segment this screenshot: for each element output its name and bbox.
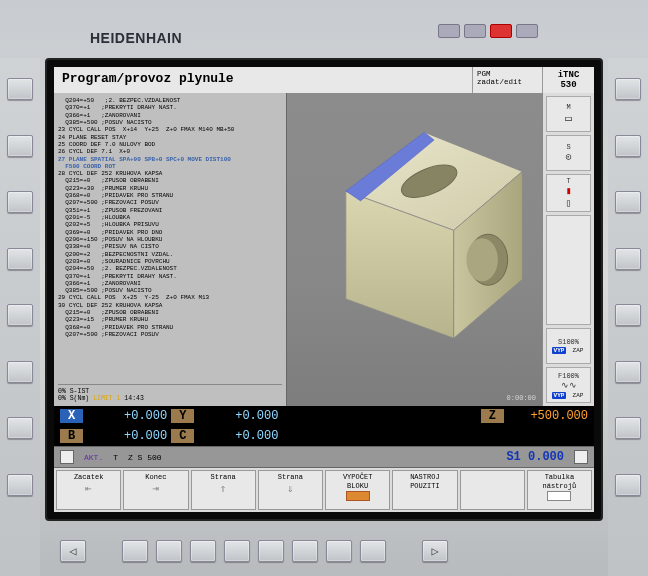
hw-button[interactable] <box>615 474 641 496</box>
sk-begin[interactable]: Zacatek⇤ <box>56 470 121 510</box>
spindle-readout: S1 0.000 <box>506 450 564 464</box>
hw-button[interactable] <box>7 417 33 439</box>
axis-z-value: +500.000 <box>510 409 588 423</box>
vyp-badge: VYP <box>552 347 567 354</box>
side-t[interactable]: T▮▯ <box>546 174 591 212</box>
preset-icon[interactable] <box>60 450 74 464</box>
hw-button[interactable] <box>615 191 641 213</box>
hw-button[interactable] <box>7 78 33 100</box>
axis-display-2: B +0.000 C +0.000 <box>54 426 594 446</box>
bottom-hw-buttons: ◁ ▷ <box>40 526 608 576</box>
tool-label: T <box>113 453 118 462</box>
hw-softkey-1[interactable] <box>122 540 148 562</box>
right-hw-buttons <box>608 58 648 576</box>
side-spacer <box>546 215 591 325</box>
hw-button[interactable] <box>615 135 641 157</box>
sk-empty <box>460 470 525 510</box>
side-s[interactable]: S⊙ <box>546 135 591 171</box>
hw-softkey-7[interactable] <box>326 540 352 562</box>
svg-point-7 <box>466 238 497 281</box>
hw-button[interactable] <box>615 304 641 326</box>
hw-button[interactable] <box>7 474 33 496</box>
screen: Program/provoz plynule PGM zadat/edit iT… <box>54 67 594 512</box>
axis-c-label: C <box>171 429 194 443</box>
limit-label: LIMIT 1 <box>93 395 120 402</box>
screen-frame: Program/provoz plynule PGM zadat/edit iT… <box>45 58 603 521</box>
axis-z-label: Z <box>481 409 504 423</box>
axis-c-value: +0.000 <box>200 429 278 443</box>
sk-block-calc[interactable]: VYPOČETBLOKU <box>325 470 390 510</box>
led <box>464 24 486 38</box>
axis-display-1: X +0.000 Y +0.000 Z +500.000 <box>54 406 594 426</box>
hw-softkey-6[interactable] <box>292 540 318 562</box>
axis-x-label: X <box>60 409 83 423</box>
led <box>438 24 460 38</box>
mode-line1: PGM <box>477 70 538 78</box>
axis-b-value: +0.000 <box>89 429 167 443</box>
side-toolbar: M▭ S⊙ T▮▯ S100% VYP ZAP F100%∿∿ VYP ZAP <box>542 93 594 406</box>
sk-tool-table[interactable]: Tabulkanástrojů <box>527 470 592 510</box>
axis-b-label: B <box>60 429 83 443</box>
3d-viewport[interactable]: 0:00:00 <box>286 93 542 406</box>
left-hw-buttons <box>0 58 40 576</box>
hw-button[interactable] <box>7 361 33 383</box>
led-record <box>490 24 512 38</box>
akt-label: AKT. <box>84 453 103 462</box>
hw-softkey-2[interactable] <box>156 540 182 562</box>
hw-button[interactable] <box>7 191 33 213</box>
status-time: 14:43 <box>124 395 144 402</box>
axis-x-value: +0.000 <box>89 409 167 423</box>
model-label: iTNC 530 <box>542 67 594 93</box>
sk-page-down[interactable]: Strana⇓ <box>258 470 323 510</box>
indicator-leds <box>438 24 538 38</box>
zs-label: Z S 500 <box>128 453 162 462</box>
side-feed-ovr[interactable]: F100%∿∿ VYP ZAP <box>546 367 591 403</box>
zap-label: ZAP <box>571 347 586 354</box>
mode-line2: zadat/edit <box>477 78 538 86</box>
hw-softkey-8[interactable] <box>360 540 386 562</box>
nc-code-pane[interactable]: Q204=+50 ;2. BEZPEC.VZDALENOST Q370=+1 ;… <box>54 93 286 406</box>
led <box>516 24 538 38</box>
hw-button[interactable] <box>615 78 641 100</box>
hw-button[interactable] <box>7 135 33 157</box>
part-render <box>287 93 542 358</box>
sim-time: 0:00:00 <box>507 394 536 402</box>
s-nml: 0% S(Nm) <box>58 395 89 402</box>
hw-button[interactable] <box>615 361 641 383</box>
side-m[interactable]: M▭ <box>546 96 591 132</box>
info-bar: AKT. T Z S 500 S1 0.000 <box>54 446 594 468</box>
hw-button[interactable] <box>7 248 33 270</box>
brand-logo: HEIDENHAIN <box>90 30 182 46</box>
mode-label: PGM zadat/edit <box>472 67 542 93</box>
hw-button[interactable] <box>7 304 33 326</box>
hw-next[interactable]: ▷ <box>422 540 448 562</box>
nc-code-list: Q204=+50 ;2. BEZPEC.VZDALENOST Q370=+1 ;… <box>58 97 282 384</box>
softkey-row: Zacatek⇤ Konec⇥ Strana⇑ Strana⇓ VYPOČETB… <box>54 468 594 512</box>
page-title: Program/provoz plynule <box>54 67 472 93</box>
hw-button[interactable] <box>615 417 641 439</box>
axis-y-value: +0.000 <box>200 409 278 423</box>
status-icon <box>574 450 588 464</box>
status-footer: 0% S-IST 0% S(Nm) LIMIT 1 14:43 <box>58 384 282 402</box>
hw-button[interactable] <box>615 248 641 270</box>
sk-page-up[interactable]: Strana⇑ <box>191 470 256 510</box>
hw-softkey-4[interactable] <box>224 540 250 562</box>
sk-tool-usage[interactable]: NASTROJPOUZITI <box>392 470 457 510</box>
hw-prev[interactable]: ◁ <box>60 540 86 562</box>
axis-y-label: Y <box>171 409 194 423</box>
hw-softkey-5[interactable] <box>258 540 284 562</box>
s-ist: 0% S-IST <box>58 388 89 395</box>
hw-softkey-3[interactable] <box>190 540 216 562</box>
side-spindle-ovr[interactable]: S100% VYP ZAP <box>546 328 591 364</box>
sk-end[interactable]: Konec⇥ <box>123 470 188 510</box>
